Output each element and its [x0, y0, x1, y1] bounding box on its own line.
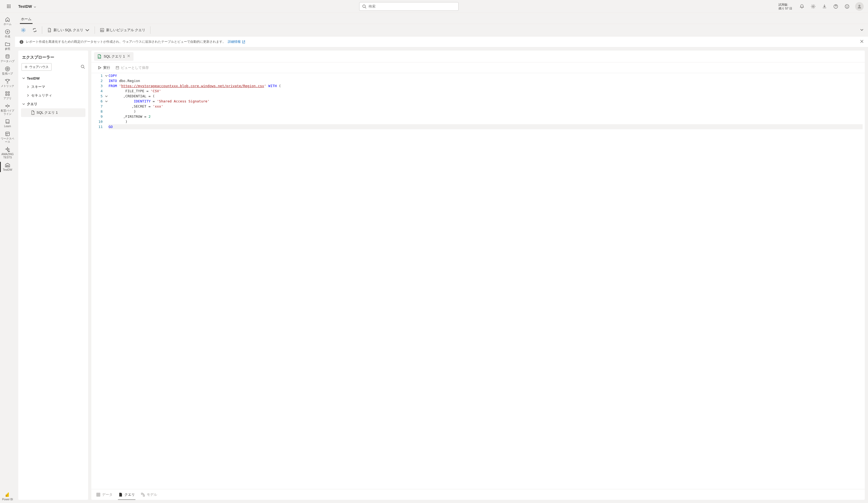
banner-link[interactable]: 詳細情報 [228, 40, 246, 44]
help-button[interactable] [830, 0, 841, 13]
search-box[interactable] [359, 2, 458, 11]
rail-amazing-tests[interactable]: AMAZING TESTS [0, 145, 15, 161]
svg-line-1 [365, 7, 366, 8]
code-token: 'Shared Access Signature' [157, 99, 209, 103]
svg-rect-19 [6, 132, 9, 136]
rail-pipelines[interactable]: 配置パイプライン [0, 102, 15, 117]
code-token: COPY [108, 74, 117, 78]
code-token: FROM [108, 84, 117, 88]
tab-home[interactable]: ホーム [20, 14, 32, 24]
btab-label: モデル [147, 492, 157, 497]
explorer-title: エクスプローラー [21, 54, 85, 63]
editor-toolbar: 実行 ビューとして保存 [91, 62, 865, 73]
warehouse-icon [5, 162, 10, 168]
close-tab-button[interactable] [127, 54, 130, 58]
expand-toolbar-button[interactable] [859, 27, 865, 33]
code-token: 'xxx' [153, 104, 163, 108]
svg-point-5 [846, 6, 847, 6]
rail-label: Learn [4, 125, 11, 128]
line-gutter: 1234567891011 [91, 73, 104, 489]
run-button[interactable]: 実行 [96, 64, 112, 71]
svg-rect-16 [8, 94, 9, 95]
rail-label: 参照 [5, 47, 10, 51]
breadcrumb[interactable]: TestDW [15, 4, 40, 9]
svg-point-6 [848, 6, 848, 6]
stack-icon [5, 54, 10, 59]
sql-file-icon: SQL [47, 28, 52, 32]
manage-settings-button[interactable] [18, 25, 29, 35]
rail-apps[interactable]: アプリ [0, 89, 15, 102]
sql-file-icon: SQL [97, 54, 102, 59]
tree-queries-label: クエリ [27, 102, 37, 107]
svg-point-12 [7, 69, 8, 69]
toolbar: SQL 新しい SQL クエリ 新しいビジュアル クエリ [15, 24, 868, 37]
rail-metrics[interactable]: メトリック [0, 77, 15, 89]
tree-queries[interactable]: クエリ [21, 100, 85, 108]
add-warehouse-button[interactable]: ウェアハウス [21, 63, 52, 71]
new-visual-query-button[interactable]: 新しいビジュアル クエリ [97, 25, 148, 35]
rail-learn[interactable]: Learn [0, 117, 15, 130]
rail-data-hub[interactable]: データ ハブ [0, 52, 15, 64]
code-token: https://mystorageaccountxxx.blob.core.wi… [121, 84, 264, 88]
feedback-button[interactable] [842, 0, 852, 13]
svg-rect-15 [6, 94, 7, 95]
rail-footer[interactable]: Power BI [0, 490, 15, 503]
rail-label: TestDW [3, 168, 12, 172]
code-token [108, 99, 134, 103]
fold-toggle[interactable] [104, 99, 108, 104]
rail-browse[interactable]: 参照 [0, 40, 15, 52]
new-sql-query-button[interactable]: SQL 新しい SQL クエリ [44, 25, 92, 35]
avatar[interactable] [855, 2, 864, 11]
plus-icon [24, 65, 28, 69]
rail-monitor-hub[interactable]: 監視ハブ [0, 64, 15, 77]
code-token: ,FIRSTROW = [108, 114, 148, 119]
waffle-icon [7, 4, 10, 8]
close-icon [860, 40, 864, 43]
code-token: ,SECRET = [108, 104, 153, 108]
btab-data[interactable]: データ [96, 491, 113, 498]
rail-label: ワークスペース [0, 137, 15, 143]
code-token: ) [108, 109, 136, 113]
home-icon [5, 17, 10, 22]
rail-label: 監視ハブ [2, 72, 13, 75]
close-icon [127, 54, 130, 58]
settings-button[interactable] [808, 0, 818, 13]
fold-toggle[interactable] [104, 93, 108, 99]
rail-workspace[interactable]: ワークスペース [0, 130, 15, 145]
editor-tab-sql1[interactable]: SQL SQL クエリ 1 [94, 52, 134, 61]
rail-home[interactable]: ホーム [0, 15, 15, 28]
tree-security-label: セキュリティ [31, 93, 52, 98]
search-input[interactable] [369, 4, 456, 8]
notifications-button[interactable] [797, 0, 807, 13]
help-icon [833, 4, 838, 9]
btab-model[interactable]: モデル [140, 491, 158, 498]
explorer-panel: エクスプローラー ウェアハウス TestDW [18, 51, 88, 500]
editor-panel: SQL SQL クエリ 1 実行 ビューとして保存 [91, 51, 865, 500]
code-token: ' [264, 84, 266, 88]
refresh-button[interactable] [30, 25, 40, 35]
rail-testdw[interactable]: TestDW [0, 161, 15, 173]
add-warehouse-label: ウェアハウス [29, 65, 49, 69]
btab-query[interactable]: クエリ [118, 491, 135, 498]
explorer-search-button[interactable] [81, 64, 85, 70]
btab-label: クエリ [124, 492, 135, 497]
download-button[interactable] [819, 0, 830, 13]
tree-query1-label: SQL クエリ 1 [37, 110, 58, 115]
search-icon [81, 64, 85, 69]
sparkle-icon [5, 147, 10, 152]
info-icon [19, 40, 24, 44]
banner-close-button[interactable] [860, 40, 864, 44]
code-editor[interactable]: 1234567891011 COPY INTO dbo.Region FROM … [91, 73, 865, 489]
rail-create[interactable]: 作成 [0, 28, 15, 40]
code-token: ' [119, 84, 121, 88]
tree-schema[interactable]: スキーマ [21, 82, 85, 91]
code-token: FILE_TYPE = [108, 89, 151, 93]
svg-rect-20 [8, 493, 9, 497]
tree-root[interactable]: TestDW [21, 74, 85, 82]
tree-query1[interactable]: SQL クエリ 1 [21, 108, 85, 117]
app-launcher[interactable] [2, 0, 15, 13]
file-icon [118, 493, 123, 497]
tree-security[interactable]: セキュリティ [21, 91, 85, 100]
fold-toggle[interactable] [104, 73, 108, 78]
left-rail: ホーム 作成 参照 データ ハブ 監視ハブ メトリック アプリ 配置パイプライ [0, 13, 15, 503]
